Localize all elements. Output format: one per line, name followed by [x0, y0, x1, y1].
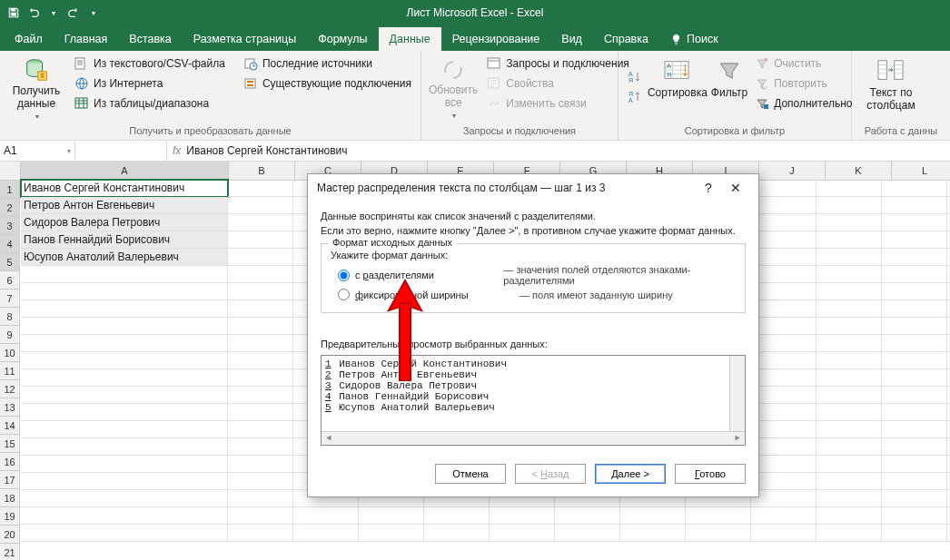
cell[interactable]: [751, 335, 816, 352]
row-header[interactable]: 7: [0, 290, 20, 308]
fixed-width-radio[interactable]: фиксированной ширины — поля имеют заданн…: [338, 289, 736, 300]
cell[interactable]: [21, 335, 228, 352]
cell[interactable]: [228, 456, 293, 473]
cell[interactable]: [816, 369, 882, 387]
row-header[interactable]: 3: [0, 217, 20, 235]
cell[interactable]: [882, 180, 947, 197]
cell[interactable]: Иванов Сергей Константинович: [21, 180, 228, 197]
chevron-down-icon[interactable]: ▾: [67, 147, 71, 155]
text-to-columns-button[interactable]: Текст по столбцам: [857, 54, 925, 120]
row-header[interactable]: 10: [0, 344, 20, 362]
cell[interactable]: [816, 473, 882, 490]
row-header[interactable]: 12: [0, 380, 20, 398]
tab-page-layout[interactable]: Разметка страницы: [183, 27, 307, 51]
cell[interactable]: [293, 525, 359, 542]
cell[interactable]: [816, 283, 882, 300]
cell[interactable]: [751, 473, 816, 490]
cell[interactable]: [21, 300, 228, 318]
cell[interactable]: [21, 318, 228, 335]
queries-connections-button[interactable]: Запросы и подключения: [483, 54, 633, 73]
cell[interactable]: [359, 507, 424, 525]
cell[interactable]: [751, 369, 816, 387]
cell[interactable]: [816, 214, 882, 231]
cell[interactable]: [882, 249, 947, 266]
cell[interactable]: [21, 438, 228, 456]
next-button[interactable]: Далее >: [595, 464, 666, 484]
cell[interactable]: [293, 507, 359, 525]
row-header[interactable]: 17: [0, 471, 20, 489]
row-header[interactable]: 15: [0, 435, 20, 453]
row-header[interactable]: 14: [0, 417, 20, 435]
cell[interactable]: [816, 507, 882, 525]
cell[interactable]: [228, 249, 293, 266]
row-header[interactable]: 4: [0, 235, 20, 253]
tab-insert[interactable]: Вставка: [118, 27, 182, 51]
cell[interactable]: [751, 525, 816, 542]
cell[interactable]: [21, 473, 228, 490]
finish-button[interactable]: Готово: [675, 464, 746, 484]
sort-button[interactable]: АЯ Сортировка: [646, 54, 709, 120]
tab-file[interactable]: Файл: [4, 27, 54, 51]
cell[interactable]: [882, 214, 947, 231]
cell[interactable]: [882, 507, 947, 525]
cell[interactable]: [555, 507, 620, 525]
cell[interactable]: [816, 490, 882, 507]
cell[interactable]: [21, 525, 228, 542]
cell[interactable]: [751, 507, 816, 525]
cell[interactable]: [882, 473, 947, 490]
cell[interactable]: [228, 421, 293, 438]
cell[interactable]: [228, 335, 293, 352]
cell[interactable]: [816, 180, 882, 197]
cell[interactable]: [882, 404, 947, 421]
row-header[interactable]: 16: [0, 453, 20, 471]
cell[interactable]: [882, 490, 947, 507]
cell[interactable]: [816, 266, 882, 283]
row-header[interactable]: 11: [0, 362, 20, 380]
tab-help[interactable]: Справка: [593, 27, 659, 51]
cell[interactable]: Панов Геннайдий Борисович: [21, 231, 228, 249]
cell[interactable]: [751, 490, 816, 507]
help-button[interactable]: ?: [695, 174, 722, 201]
cancel-button[interactable]: Отмена: [435, 464, 506, 484]
cell[interactable]: [751, 438, 816, 456]
cell[interactable]: [751, 266, 816, 283]
tab-review[interactable]: Рецензирование: [441, 27, 551, 51]
cell[interactable]: [751, 300, 816, 318]
formula-input[interactable]: fxИванов Сергей Константинович: [167, 141, 950, 161]
cell[interactable]: [751, 197, 816, 214]
row-header[interactable]: 13: [0, 398, 20, 417]
cell[interactable]: [228, 387, 293, 404]
cell[interactable]: [686, 507, 751, 525]
cell[interactable]: [555, 525, 620, 542]
advanced-filter-button[interactable]: Дополнительно: [751, 94, 856, 113]
cell[interactable]: [882, 283, 947, 300]
cell[interactable]: Сидоров Валера Петрович: [21, 214, 228, 231]
cell[interactable]: [816, 456, 882, 473]
cell[interactable]: [490, 507, 555, 525]
cell[interactable]: [21, 387, 228, 404]
cell[interactable]: [424, 507, 490, 525]
cell[interactable]: [686, 525, 751, 542]
cell[interactable]: [359, 525, 424, 542]
cell[interactable]: [228, 404, 293, 421]
row-header[interactable]: 5: [0, 253, 20, 271]
column-header-K[interactable]: K: [826, 162, 892, 181]
cell[interactable]: [816, 387, 882, 404]
get-data-button[interactable]: Получить данные ▾: [5, 54, 67, 120]
undo-dropdown-icon[interactable]: ▾: [45, 5, 62, 21]
delimited-radio-input[interactable]: [338, 270, 350, 281]
cell[interactable]: [21, 507, 228, 525]
cell[interactable]: [228, 490, 293, 507]
cell[interactable]: [490, 525, 555, 542]
tab-home[interactable]: Главная: [54, 27, 119, 51]
cell[interactable]: [882, 438, 947, 456]
existing-connections-button[interactable]: Существующие подключения: [240, 74, 415, 93]
redo-icon[interactable]: [65, 5, 82, 21]
cell[interactable]: [228, 283, 293, 300]
cell[interactable]: [228, 369, 293, 387]
cell[interactable]: [816, 231, 882, 249]
cell[interactable]: [228, 231, 293, 249]
delimited-radio[interactable]: с разделителями — значения полей отделяю…: [338, 264, 736, 286]
cell[interactable]: [228, 318, 293, 335]
preview-hscrollbar[interactable]: ◄►: [322, 431, 745, 445]
